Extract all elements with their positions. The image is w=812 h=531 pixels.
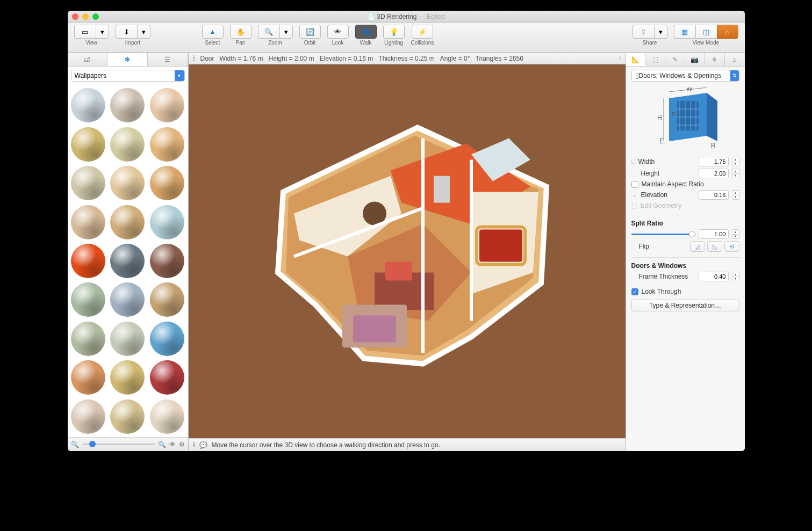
inspector-tab-geometry[interactable]: 📐 xyxy=(626,53,646,66)
material-swatch[interactable] xyxy=(71,282,105,317)
material-swatch[interactable] xyxy=(71,322,105,356)
material-swatch[interactable] xyxy=(71,88,105,122)
svg-rect-6 xyxy=(479,230,522,262)
material-swatch[interactable] xyxy=(110,322,145,356)
inspector-tab-object[interactable]: ⬚ xyxy=(645,53,665,66)
material-swatch[interactable] xyxy=(71,127,105,162)
lighting-tool[interactable]: 💡 xyxy=(383,25,405,39)
material-swatch[interactable] xyxy=(71,166,105,200)
material-swatch[interactable] xyxy=(150,88,184,122)
material-swatch[interactable] xyxy=(110,360,145,395)
zoom-tool[interactable]: 🔍 xyxy=(258,25,279,39)
select-tool[interactable]: ▲ xyxy=(202,25,224,39)
material-swatch[interactable] xyxy=(150,244,184,278)
height-stepper[interactable]: ▲▼ xyxy=(732,169,739,178)
info-icon[interactable]: i xyxy=(619,54,621,62)
svg-text:H: H xyxy=(657,114,662,121)
import-button[interactable]: ⬇ xyxy=(116,25,137,39)
settings-gear-icon[interactable]: ⚙ xyxy=(179,441,185,448)
list-icon: ☰ xyxy=(164,56,170,63)
grip-icon[interactable]: ⦙⦙ xyxy=(193,55,195,62)
type-representation-button[interactable]: Type & Representation… xyxy=(631,300,739,311)
svg-text:R: R xyxy=(711,142,716,149)
inspector-category-select[interactable]: ▯ Doors, Windows & Openings⇅ xyxy=(631,70,739,82)
orbit-tool[interactable]: 🔄 xyxy=(299,25,321,39)
titlebar[interactable]: 📄 3D Rendering — Edited xyxy=(68,11,745,23)
share-button[interactable]: ⇪ xyxy=(633,25,654,39)
inspector-tab-lighting[interactable]: ☀ xyxy=(705,53,725,66)
svg-rect-11 xyxy=(353,316,396,343)
material-swatch[interactable] xyxy=(110,282,145,317)
material-swatch[interactable] xyxy=(150,360,184,395)
split-ratio-stepper[interactable]: ▲▼ xyxy=(732,229,739,239)
library-tab-materials[interactable]: ❃ xyxy=(107,53,148,66)
material-swatch[interactable] xyxy=(150,205,184,239)
view-menu-button[interactable]: ▾ xyxy=(96,25,109,39)
frame-thickness-field[interactable] xyxy=(699,272,729,281)
elevation-stepper[interactable]: ▲▼ xyxy=(732,190,739,200)
status-bar: ⦙⦙ 💬 Move the cursor over the 3D view to… xyxy=(189,438,626,451)
library-tab-list[interactable]: ☰ xyxy=(148,53,188,66)
grip-icon[interactable]: ⦙⦙ xyxy=(193,441,195,449)
viewmode-3d[interactable]: ⌂ xyxy=(717,25,738,39)
material-swatch[interactable] xyxy=(110,127,145,162)
elevation-field[interactable] xyxy=(699,190,729,200)
app-window: 📄 3D Rendering — Edited ▭ ▾ View ⬇ ▾ Imp… xyxy=(68,11,745,451)
material-swatch[interactable] xyxy=(150,166,184,200)
material-swatch[interactable] xyxy=(150,127,184,162)
material-swatch[interactable] xyxy=(71,360,105,395)
svg-text:W: W xyxy=(686,88,693,92)
quicklook-icon[interactable]: 👁 xyxy=(169,441,176,448)
collisions-tool[interactable]: ⚡ xyxy=(412,25,433,39)
look-through-checkbox[interactable]: ✓ xyxy=(631,288,638,295)
split-ratio-header: Split Ratio xyxy=(631,215,739,227)
library-tab-furniture[interactable]: 🛋 xyxy=(68,53,108,66)
view-button[interactable]: ▭ xyxy=(74,25,96,39)
import-menu-button[interactable]: ▾ xyxy=(137,25,150,39)
library-footer: 🔍 🔍 👁 ⚙ xyxy=(68,437,188,451)
aspect-checkbox[interactable] xyxy=(631,181,638,188)
inspector-tab-materials[interactable]: ✎ xyxy=(665,53,685,66)
3d-viewport[interactable] xyxy=(189,64,626,438)
material-swatch[interactable] xyxy=(150,399,184,434)
inspector-tab-building[interactable]: ⌂ xyxy=(725,53,745,66)
walk-tool[interactable]: 👣 xyxy=(355,25,377,39)
zoom-out-icon[interactable]: 🔍 xyxy=(71,441,79,448)
armchair-icon: 🛋 xyxy=(84,56,90,63)
look-tool[interactable]: 👁 xyxy=(327,25,349,39)
material-swatch[interactable] xyxy=(110,88,145,122)
material-swatch[interactable] xyxy=(150,282,184,317)
width-field[interactable] xyxy=(699,157,729,166)
material-swatch[interactable] xyxy=(71,399,105,434)
height-field[interactable] xyxy=(699,169,729,178)
pan-tool[interactable]: ✋ xyxy=(230,25,251,39)
split-ratio-field[interactable] xyxy=(699,229,729,239)
svg-rect-9 xyxy=(385,262,412,281)
flip-vertical-button[interactable]: ◺ xyxy=(707,241,722,252)
share-menu[interactable]: ▾ xyxy=(654,25,667,39)
sun-icon: ☀ xyxy=(712,56,717,63)
split-ratio-slider[interactable] xyxy=(631,234,695,235)
material-category-select[interactable]: Wallpapers▾ xyxy=(71,70,185,82)
material-swatch[interactable] xyxy=(110,205,145,239)
material-swatch[interactable] xyxy=(110,399,145,434)
svg-text:F: F xyxy=(671,111,675,119)
material-swatch[interactable] xyxy=(71,205,105,239)
material-swatch[interactable] xyxy=(71,244,105,278)
flip-horizontal-button[interactable]: ◿ xyxy=(690,241,705,252)
svg-marker-19 xyxy=(707,93,717,141)
zoom-in-icon[interactable]: 🔍 xyxy=(158,441,166,448)
viewmode-split[interactable]: ◫ xyxy=(695,25,717,39)
inspector-tab-camera[interactable]: 📷 xyxy=(685,53,705,66)
window-title: 📄 3D Rendering — Edited xyxy=(68,13,745,20)
flip-depth-button[interactable]: ⟲ xyxy=(724,241,739,252)
zoom-menu[interactable]: ▾ xyxy=(279,25,293,39)
frame-thickness-stepper[interactable]: ▲▼ xyxy=(732,272,739,281)
swatch-size-slider[interactable] xyxy=(82,443,155,445)
width-stepper[interactable]: ▲▼ xyxy=(732,157,739,166)
link-icon[interactable]: ⟀ xyxy=(631,158,635,165)
material-swatch[interactable] xyxy=(150,322,184,356)
material-swatch[interactable] xyxy=(110,166,145,200)
viewmode-2d[interactable]: ▦ xyxy=(674,25,695,39)
material-swatch[interactable] xyxy=(110,244,145,278)
